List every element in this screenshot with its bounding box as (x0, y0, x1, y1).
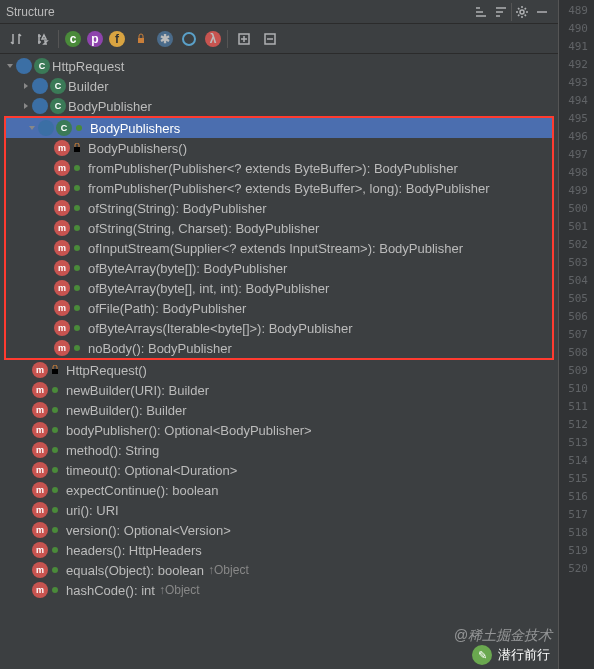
sort-asc-icon[interactable] (471, 2, 491, 22)
line-number: 490 (559, 20, 594, 38)
item-label: equals(Object): boolean (66, 563, 204, 578)
method-node[interactable]: mexpectContinue(): boolean (0, 480, 558, 500)
method-icon: m (32, 382, 48, 398)
line-number: 492 (559, 56, 594, 74)
sort-desc-icon[interactable] (491, 2, 511, 22)
method-node[interactable]: mbodyPublisher(): Optional<BodyPublisher… (0, 420, 558, 440)
sort-alphabetically-icon[interactable] (32, 29, 52, 49)
method-node[interactable]: mofByteArrays(Iterable<byte[]>): BodyPub… (6, 318, 552, 338)
public-dot-icon (50, 427, 60, 433)
method-node[interactable]: mofFile(Path): BodyPublisher (6, 298, 552, 318)
collapse-all-icon[interactable] (260, 29, 280, 49)
show-properties-icon[interactable]: p (87, 31, 103, 47)
method-node[interactable]: mnewBuilder(URI): Builder (0, 380, 558, 400)
line-number: 520 (559, 560, 594, 578)
item-label: fromPublisher(Publisher<? extends ByteBu… (88, 161, 458, 176)
item-label: ofFile(Path): BodyPublisher (88, 301, 246, 316)
item-label: fromPublisher(Publisher<? extends ByteBu… (88, 181, 490, 196)
class-node[interactable]: CBuilder (0, 76, 558, 96)
line-number: 507 (559, 326, 594, 344)
minimize-icon[interactable] (532, 2, 552, 22)
public-dot-icon (50, 407, 60, 413)
method-node[interactable]: mfromPublisher(Publisher<? extends ByteB… (6, 178, 552, 198)
line-number: 497 (559, 146, 594, 164)
class-icon: C (50, 78, 66, 94)
method-icon: m (32, 522, 48, 538)
item-label: hashCode(): int (66, 583, 155, 598)
item-label: BodyPublisher (68, 99, 152, 114)
expand-all-icon[interactable] (234, 29, 254, 49)
method-node[interactable]: mofString(String): BodyPublisher (6, 198, 552, 218)
gear-icon[interactable] (512, 2, 532, 22)
method-icon: m (54, 340, 70, 356)
class-icon: C (50, 98, 66, 114)
line-number: 511 (559, 398, 594, 416)
show-anonymous-icon[interactable] (179, 29, 199, 49)
arrow-down-icon[interactable] (26, 124, 38, 132)
method-node[interactable]: mversion(): Optional<Version> (0, 520, 558, 540)
public-dot-icon (72, 165, 82, 171)
class-node-selected[interactable]: CBodyPublishers (6, 118, 552, 138)
show-inherited-icon[interactable]: ✱ (157, 31, 173, 47)
show-lambdas-icon[interactable]: λ (205, 31, 221, 47)
method-node[interactable]: muri(): URI (0, 500, 558, 520)
show-fields-icon[interactable]: f (109, 31, 125, 47)
public-dot-icon (72, 225, 82, 231)
arrow-down-icon[interactable] (4, 62, 16, 70)
method-node[interactable]: mofInputStream(Supplier<? extends InputS… (6, 238, 552, 258)
person-icon (16, 58, 32, 74)
structure-tree[interactable]: CHttpRequestCBuilderCBodyPublisherCBodyP… (0, 54, 558, 669)
item-label: bodyPublisher(): Optional<BodyPublisher> (66, 423, 312, 438)
override-marker: ↑Object (208, 563, 249, 577)
public-dot-icon (50, 527, 60, 533)
method-node[interactable]: mnoBody(): BodyPublisher (6, 338, 552, 358)
method-node[interactable]: mfromPublisher(Publisher<? extends ByteB… (6, 158, 552, 178)
panel-header: Structure (0, 0, 558, 24)
line-number: 518 (559, 524, 594, 542)
method-node[interactable]: mofByteArray(byte[], int, int): BodyPubl… (6, 278, 552, 298)
item-label: newBuilder(URI): Builder (66, 383, 209, 398)
item-label: expectContinue(): boolean (66, 483, 219, 498)
line-number: 501 (559, 218, 594, 236)
method-node[interactable]: mofString(String, Charset): BodyPublishe… (6, 218, 552, 238)
sort-by-visibility-icon[interactable] (6, 29, 26, 49)
method-icon: m (54, 300, 70, 316)
method-icon: m (54, 200, 70, 216)
method-icon: m (54, 180, 70, 196)
item-label: ofByteArray(byte[], int, int): BodyPubli… (88, 281, 329, 296)
line-number: 505 (559, 290, 594, 308)
method-node[interactable]: mHttpRequest() (0, 360, 558, 380)
method-node[interactable]: mheaders(): HttpHeaders (0, 540, 558, 560)
item-label: uri(): URI (66, 503, 119, 518)
method-icon: m (32, 562, 48, 578)
class-node[interactable]: CBodyPublisher (0, 96, 558, 116)
method-node[interactable]: mofByteArray(byte[]): BodyPublisher (6, 258, 552, 278)
method-icon: m (32, 442, 48, 458)
item-label: HttpRequest (52, 59, 124, 74)
item-label: version(): Optional<Version> (66, 523, 231, 538)
public-dot-icon (50, 507, 60, 513)
show-classes-icon[interactable]: c (65, 31, 81, 47)
arrow-right-icon[interactable] (20, 82, 32, 90)
method-node[interactable]: mnewBuilder(): Builder (0, 400, 558, 420)
divider (58, 30, 59, 48)
line-number: 510 (559, 380, 594, 398)
item-label: timeout(): Optional<Duration> (66, 463, 237, 478)
arrow-right-icon[interactable] (20, 102, 32, 110)
class-node[interactable]: CHttpRequest (0, 56, 558, 76)
public-dot-icon (72, 305, 82, 311)
method-icon: m (54, 240, 70, 256)
method-node[interactable]: mBodyPublishers() (6, 138, 552, 158)
line-number: 516 (559, 488, 594, 506)
person-icon (38, 120, 54, 136)
method-icon: m (54, 160, 70, 176)
item-label: ofByteArrays(Iterable<byte[]>): BodyPubl… (88, 321, 352, 336)
class-icon: C (34, 58, 50, 74)
public-dot-icon (72, 325, 82, 331)
show-nonpublic-icon[interactable] (131, 29, 151, 49)
method-node[interactable]: mtimeout(): Optional<Duration> (0, 460, 558, 480)
method-node[interactable]: mhashCode(): int↑Object (0, 580, 558, 600)
method-node[interactable]: mmethod(): String (0, 440, 558, 460)
method-node[interactable]: mequals(Object): boolean↑Object (0, 560, 558, 580)
public-dot-icon (72, 345, 82, 351)
